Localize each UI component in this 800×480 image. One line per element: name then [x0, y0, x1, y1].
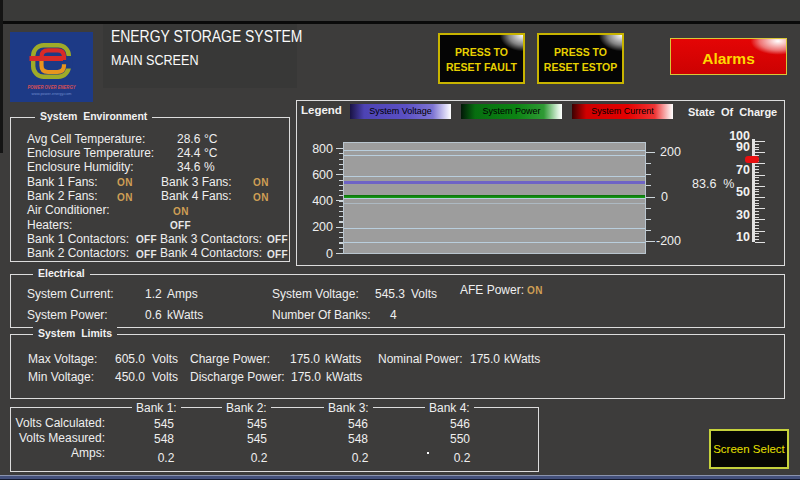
- svg-text:POWER OVER ENERGY: POWER OVER ENERGY: [28, 85, 77, 90]
- svg-text:www.power-energy.com: www.power-energy.com: [32, 91, 73, 96]
